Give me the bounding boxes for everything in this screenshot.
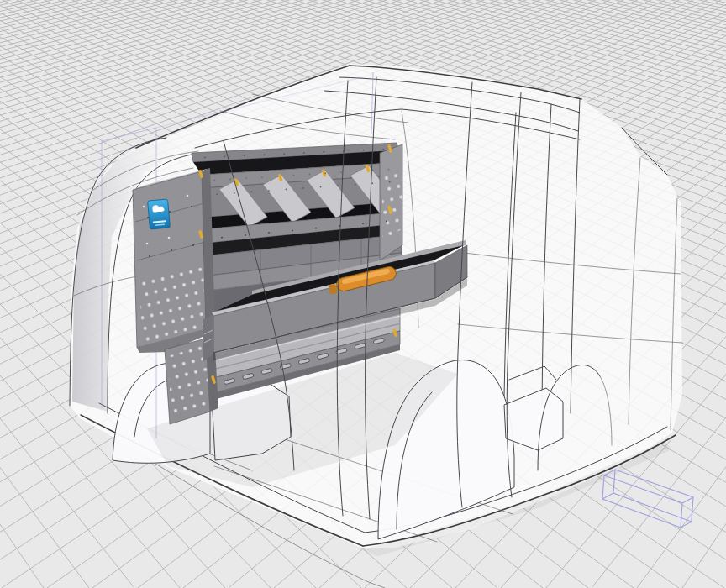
rail-hole [363, 150, 365, 151]
rail-hole [245, 234, 246, 236]
rail-hole [224, 155, 226, 157]
rail-hole [292, 229, 293, 231]
rail-hole [315, 228, 317, 229]
rail-hole [362, 223, 364, 224]
rail-hole [388, 169, 390, 171]
rail-hole [245, 177, 247, 179]
rail-hole [324, 151, 325, 153]
brand-decal [148, 199, 171, 229]
rail-hole [371, 182, 373, 184]
rail-hole [216, 193, 218, 195]
right-end-panel [380, 144, 402, 260]
rail-hole [324, 172, 326, 174]
rail-hole [389, 181, 391, 183]
rail-hole [268, 232, 270, 234]
right-panel-perforations [382, 165, 402, 242]
3d-viewport[interactable] [0, 0, 726, 588]
rail-hole [261, 176, 263, 178]
rail-hole [382, 149, 384, 150]
rail-hole [372, 170, 374, 171]
rail-hole [302, 187, 304, 189]
rail-hole [337, 185, 339, 186]
rail-hole [340, 171, 342, 173]
rail-hole [386, 220, 387, 222]
rail-hole [221, 237, 223, 239]
rail-hole [214, 180, 216, 181]
rail-hole [286, 189, 287, 191]
rail-hole [268, 190, 270, 192]
left-panel-perforations-lower [168, 344, 209, 420]
rail-hole [204, 157, 206, 159]
rail-hole [303, 152, 305, 154]
rail-hole [309, 174, 311, 176]
rail-hole [356, 171, 358, 172]
rail-hole [244, 155, 245, 156]
rail-hole [264, 154, 266, 155]
rail-hole [277, 176, 279, 177]
rail-hole [355, 184, 356, 186]
rail-hole [234, 192, 235, 194]
rail-hole [283, 153, 285, 155]
rail-hole [229, 178, 231, 180]
scene-canvas [0, 0, 726, 588]
rail-hole [293, 175, 295, 176]
rail-hole [320, 186, 322, 188]
rail-hole [250, 191, 252, 192]
drawer-left-cap [203, 314, 213, 361]
